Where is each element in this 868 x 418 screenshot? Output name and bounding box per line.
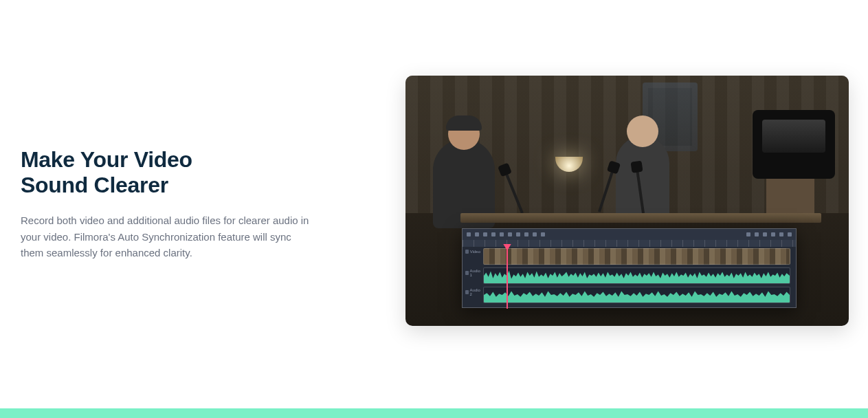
editor-timeline-overlay: Video Audio 1 Audio 2 — [462, 228, 797, 308]
toolbar-icon — [763, 232, 767, 236]
track-label: Video — [465, 250, 480, 254]
timeline-tracks: Video Audio 1 Audio 2 — [463, 247, 796, 309]
toolbar-icon — [500, 232, 504, 236]
heading-line-1: Make Your Video — [21, 147, 323, 173]
toolbar-icon — [483, 232, 487, 236]
audio-track-2 — [483, 287, 790, 303]
feature-media: Video Audio 1 Audio 2 — [405, 76, 849, 326]
track-label: Audio 1 — [465, 269, 480, 277]
timeline-ruler — [463, 240, 796, 247]
toolbar-icon — [467, 232, 471, 236]
track-label: Audio 2 — [465, 288, 480, 296]
toolbar-icon — [475, 232, 479, 236]
toolbar-icon — [779, 232, 783, 236]
toolbar-icon — [788, 232, 792, 236]
camera-icon — [753, 110, 835, 179]
timeline-toolbar — [463, 229, 796, 240]
toolbar-icon — [746, 232, 750, 236]
heading-line-2: Sound Clearer — [21, 173, 323, 198]
toolbar-icon — [508, 232, 512, 236]
toolbar-icon — [541, 232, 545, 236]
toolbar-icon — [524, 232, 528, 236]
toolbar-icon — [771, 232, 775, 236]
accent-strip — [0, 408, 868, 418]
desk — [460, 213, 821, 223]
media-column: Video Audio 1 Audio 2 — [350, 76, 868, 326]
toolbar-icon — [533, 232, 537, 236]
section-description: Record both video and additional audio f… — [21, 212, 309, 261]
section-heading: Make Your Video Sound Clearer — [21, 147, 323, 198]
video-track — [483, 248, 790, 265]
playhead-icon — [507, 247, 508, 309]
waveform-icon — [484, 287, 790, 302]
feature-section: Make Your Video Sound Clearer Record bot… — [0, 0, 868, 401]
toolbar-icon — [516, 232, 520, 236]
audio-track-1 — [483, 267, 790, 284]
toolbar-icon — [491, 232, 496, 236]
text-column: Make Your Video Sound Clearer Record bot… — [21, 140, 350, 261]
toolbar-icon — [755, 232, 759, 236]
waveform-icon — [484, 268, 790, 283]
